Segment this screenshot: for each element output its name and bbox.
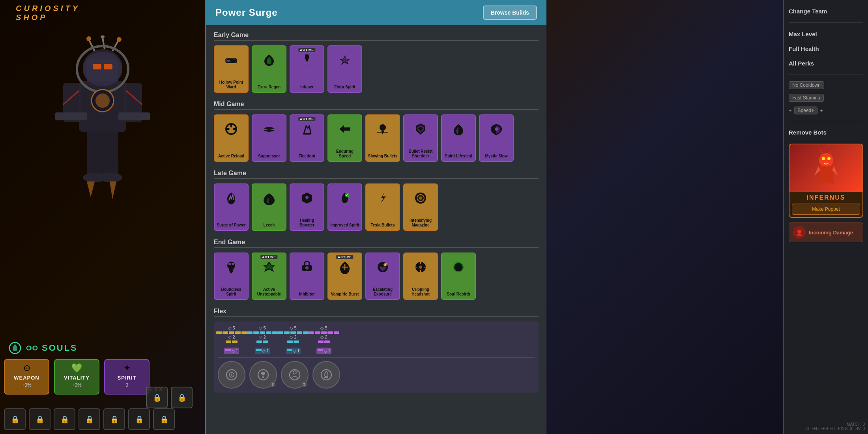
bottom-slots: 🔒 🔒 🔒 🔒 🔒 🔒 🔒 (4, 408, 175, 430)
item-suppressor[interactable]: Suppressor (252, 114, 286, 162)
item-vampiric-burst[interactable]: ACTIVE Vampiric Burst (327, 253, 362, 300)
full-health-button[interactable]: Full Health (789, 44, 863, 54)
bottom-slot-1[interactable]: 🔒 (4, 408, 26, 430)
item-mystic-slow[interactable]: Mystic Slow (479, 114, 514, 162)
inhibitor-icon (297, 257, 317, 277)
item-improved-spirit[interactable]: Improved Spirit (327, 183, 362, 231)
item-surge-of-power[interactable]: Surge of Power (214, 183, 249, 231)
selector-circle-4[interactable] (312, 361, 340, 389)
item-soul-rebirth[interactable]: Soul Rebirth (441, 253, 476, 300)
fleetfoot-active-badge: ACTIVE (298, 117, 315, 121)
item-hollow-point-ward[interactable]: Hollow Point Ward (214, 45, 249, 93)
item-enduring-speed[interactable]: Enduring Speed (327, 114, 362, 162)
svg-point-43 (419, 196, 422, 200)
bottom-slot-3[interactable]: 🔒 (54, 408, 75, 430)
flex-slots: 🔒 🔒 (146, 387, 193, 408)
spirit-stat: ✦ SPIRIT 0 (104, 359, 150, 395)
fast-stamina-badge[interactable]: Fast Stamina (789, 94, 824, 102)
item-leech[interactable]: Leech (252, 183, 286, 231)
change-team-button[interactable]: Change Team (789, 6, 863, 16)
selector-circle-2[interactable]: 2 (249, 361, 277, 389)
all-perks-button[interactable]: All Perks (789, 58, 863, 68)
svg-rect-25 (93, 64, 101, 69)
item-bullet-resist-shredder[interactable]: Bullet Resist Shredder (403, 114, 438, 162)
late-game-label: Late Game (214, 170, 539, 179)
bottom-slot-5[interactable]: 🔒 (103, 408, 125, 430)
speed-badge[interactable]: Speed+ (794, 107, 818, 114)
divider-1 (789, 22, 863, 23)
item-crippling-headshot[interactable]: Crippling Headshot (403, 253, 438, 300)
item-fleetfoot[interactable]: ACTIVE Fleetfoot (290, 114, 324, 162)
flex-col-1: ◇ 5 ◇ 2 (218, 326, 245, 354)
flex-section-label: Flex (214, 308, 539, 317)
svg-point-52 (419, 266, 422, 269)
panel-header: Power Surge Browse Builds (206, 0, 546, 25)
bullet-resist-shredder-icon (411, 119, 430, 139)
selector-circle-1[interactable] (218, 361, 245, 389)
svg-point-5 (86, 36, 91, 41)
svg-rect-17 (87, 130, 103, 178)
active-reload-icon (221, 119, 241, 139)
bullet-resist-shredder-name: Bullet Resist Shredder (406, 149, 436, 159)
mid-game-grid: Active Reload Suppressor ACTIVE Fleetfoo… (214, 114, 539, 162)
bottom-slot-7[interactable]: 🔒 (153, 408, 175, 430)
item-unstoppable[interactable]: ACTIVE Active Unstoppable (252, 253, 286, 300)
item-infuser[interactable]: ACTIVE Infuser (290, 45, 324, 93)
spirit-lifesteal-name: Spirit Lifesteal (445, 154, 472, 159)
svg-point-10 (83, 52, 122, 86)
incoming-damage-bar[interactable]: Incoming Damage (789, 223, 863, 242)
flex-slot-2[interactable]: 🔒 (171, 387, 193, 408)
svg-point-38 (495, 127, 498, 131)
match-info: MATCH: 0 CLIENT FPS: 60 PING: 0 SV: 0 (805, 422, 865, 431)
item-intensifying-magazine[interactable]: Intensifying Magazine (403, 183, 438, 231)
slowing-bullets-icon (373, 119, 393, 139)
panel-content: Early Game Hollow Point Ward Extra Regen… (206, 25, 546, 434)
spirit-value: 0 (125, 382, 128, 388)
intensifying-magazine-icon (411, 188, 430, 208)
unstoppable-icon (259, 257, 279, 277)
svg-point-12 (95, 94, 110, 108)
selector-circle-3[interactable]: 3 (281, 361, 309, 389)
stats-bar: ⊙ WEAPON +0% 💚 VITALITY +0% ✦ SPIRIT 0 (4, 359, 150, 395)
item-tesla-bullets[interactable]: Tesla Bullets (365, 183, 400, 231)
item-extra-regen[interactable]: Extra Regen (252, 45, 286, 93)
svg-point-7 (117, 37, 122, 42)
bottom-slot-6[interactable]: 🔒 (128, 408, 150, 430)
escalating-exposure-icon (373, 257, 393, 277)
item-active-reload[interactable]: Active Reload (214, 114, 249, 162)
no-cooldown-badge[interactable]: No Cooldown (789, 81, 824, 89)
vitality-icon: 💚 (71, 363, 82, 373)
vampiric-burst-name: Vampiric Burst (331, 292, 359, 297)
item-spirit-lifesteal[interactable]: Spirit Lifesteal (441, 114, 476, 162)
crippling-headshot-icon (411, 257, 430, 277)
max-level-button[interactable]: Max Level (789, 29, 863, 39)
item-boundless-spirit[interactable]: Boundless Spirit (214, 253, 249, 300)
item-healing-booster[interactable]: Healing Booster (290, 183, 324, 231)
svg-point-62 (822, 157, 825, 160)
improved-spirit-name: Improved Spirit (330, 223, 359, 228)
item-inhibitor[interactable]: Inhibitor (290, 253, 324, 300)
vitality-stat: 💚 VITALITY +0% (54, 359, 99, 395)
flex-slot-1[interactable]: 🔒 (146, 387, 168, 408)
item-slowing-bullets[interactable]: Slowing Bullets (365, 114, 400, 162)
spirit-lifesteal-icon (449, 119, 468, 139)
hollow-point-ward-icon (221, 50, 241, 70)
browse-builds-button[interactable]: Browse Builds (483, 6, 537, 20)
svg-rect-26 (104, 64, 112, 69)
weapon-label: WEAPON (14, 375, 39, 381)
svg-point-6 (101, 36, 105, 39)
early-game-label: Early Game (214, 32, 539, 41)
item-escalating-exposure[interactable]: Escalating Exposure (365, 253, 400, 300)
bottom-slot-2[interactable]: 🔒 (29, 408, 51, 430)
fleetfoot-icon (297, 119, 317, 139)
vampiric-burst-active-badge: ACTIVE (336, 255, 353, 259)
end-game-grid: Boundless Spirit ACTIVE Active Unstoppab… (214, 253, 539, 300)
item-extra-spirit[interactable]: Extra Spirit (327, 45, 362, 93)
suppressor-icon (259, 119, 279, 139)
selector-3-badge: 3 (301, 382, 307, 387)
remove-bots-button[interactable]: Remove Bots (789, 127, 863, 137)
bottom-slot-4[interactable]: 🔒 (79, 408, 100, 430)
make-puppet-button[interactable]: Make Puppet (792, 204, 860, 215)
badge-row-1: No Cooldown (789, 81, 863, 89)
unstoppable-active-badge: ACTIVE (260, 255, 277, 259)
